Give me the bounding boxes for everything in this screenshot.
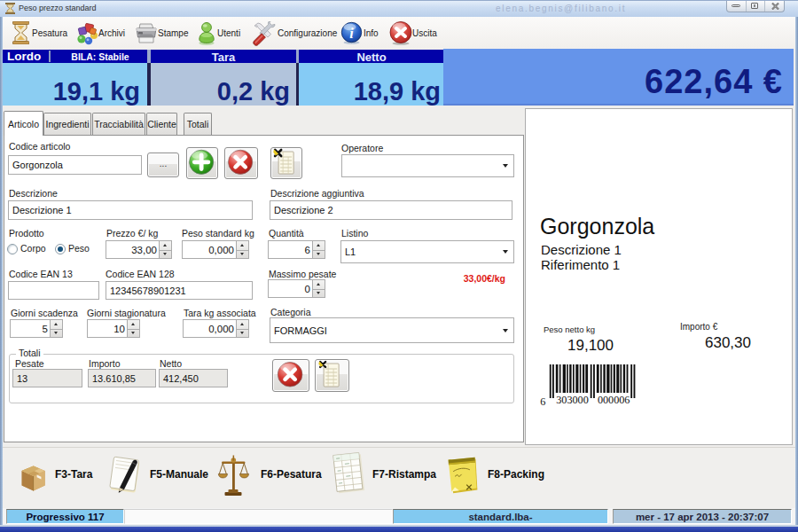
svg-text:i: i — [349, 26, 354, 41]
svg-text:6: 6 — [540, 395, 545, 407]
svg-text:303000: 303000 — [556, 394, 589, 406]
svg-text:000006: 000006 — [598, 394, 630, 406]
